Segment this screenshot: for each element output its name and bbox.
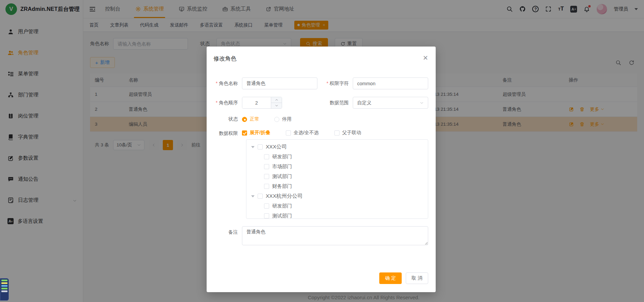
perm-checkbox-1[interactable]: 全选/全不选 [286, 130, 319, 136]
perm-checkbox-0[interactable]: 展开/折叠 [242, 130, 270, 136]
checkbox-icon[interactable] [264, 213, 269, 218]
dialog-body: 角色名称 权限字符 角色顺序 [207, 77, 436, 249]
tree-node[interactable]: 测试部门 [246, 172, 428, 181]
checkbox-icon[interactable] [264, 164, 269, 169]
tree-node[interactable]: 研发部门 [246, 201, 428, 211]
remark-label: 备注 [207, 226, 242, 245]
tree-node[interactable]: 市场部门 [246, 162, 428, 172]
checkbox-icon [334, 130, 340, 136]
stepper-down-button[interactable] [271, 103, 282, 108]
caret-down-icon[interactable] [251, 195, 255, 197]
tree-node[interactable]: 研发部门 [246, 152, 428, 162]
dialog-header: 修改角色 ✕ [207, 47, 436, 63]
tree-node[interactable]: XXX公司 [246, 142, 428, 152]
role-name-input[interactable] [242, 77, 317, 89]
dialog-footer: 确 定 取 消 [207, 272, 436, 284]
status-radio-group: 正常停用 [242, 116, 292, 122]
radio-dot [274, 117, 279, 122]
caret-down-icon[interactable] [251, 146, 255, 148]
stepper-up-button[interactable] [271, 97, 282, 103]
tree-node-label: 市场部门 [272, 163, 292, 170]
checkbox-label: 全选/全不选 [294, 130, 319, 136]
radio-label: 正常 [250, 116, 259, 122]
checkbox-icon[interactable] [264, 203, 269, 209]
checkbox-label: 展开/折叠 [250, 130, 270, 136]
status-label: 状态 [207, 116, 242, 122]
role-order-label: 角色顺序 [207, 100, 242, 106]
widget-stripe [1, 280, 7, 281]
edit-role-dialog: 修改角色 ✕ 角色名称 权限字符 角色顺序 [207, 47, 436, 292]
tree-node-label: 测试部门 [272, 173, 292, 180]
tree-node-label: 研发部门 [272, 154, 292, 160]
status-radio-selected[interactable]: 正常 [242, 116, 259, 122]
tree-node-label: 研发部门 [272, 203, 292, 209]
checkbox-icon[interactable] [264, 184, 269, 189]
widget-stripe [1, 288, 7, 289]
role-order-stepper [242, 97, 282, 109]
tree-node-label: 测试部门 [272, 213, 292, 219]
role-order-input[interactable] [242, 97, 271, 108]
cancel-button[interactable]: 取 消 [406, 272, 428, 284]
tree-node-label: XXX公司 [266, 143, 287, 150]
widget-stripe [1, 290, 7, 292]
data-perm-label: 数据权限 [207, 130, 242, 137]
tree-node-label: 财务部门 [272, 183, 292, 190]
app-root: V ZRAdmin.NET后台管理 用户管理角色管理菜单管理部门管理岗位管理字典… [0, 0, 644, 302]
checkbox-icon [242, 130, 247, 136]
bottom-left-widget[interactable] [0, 278, 9, 301]
dialog-title: 修改角色 [213, 55, 237, 63]
checkbox-icon[interactable] [258, 144, 263, 149]
perm-checkbox-2[interactable]: 父子联动 [334, 130, 361, 136]
confirm-button[interactable]: 确 定 [379, 272, 402, 284]
role-name-label: 角色名称 [207, 81, 242, 87]
checkbox-icon[interactable] [264, 174, 269, 179]
tree-node[interactable]: 财务部门 [246, 181, 428, 191]
tree-node[interactable]: 测试部门 [246, 211, 428, 219]
perm-checkbox-row: 展开/折叠全选/全不选父子联动 [242, 130, 428, 136]
data-scope-label: 数据范围 [317, 100, 353, 106]
checkbox-icon [286, 130, 291, 136]
perm-char-label: 权限字符 [317, 81, 353, 87]
close-icon[interactable]: ✕ [423, 55, 428, 61]
data-scope-select[interactable]: 自定义 [353, 97, 428, 109]
chevron-down-icon [420, 101, 424, 105]
status-radio-1[interactable]: 停用 [274, 116, 292, 122]
radio-dot [242, 117, 247, 122]
radio-label: 停用 [282, 116, 292, 122]
widget-stripe [1, 285, 7, 287]
tree-node[interactable]: XXX杭州分公司 [246, 191, 428, 201]
checkbox-icon[interactable] [264, 154, 269, 159]
remark-textarea[interactable]: 普通角色 [242, 226, 428, 245]
checkbox-icon[interactable] [258, 194, 263, 199]
tree-node-label: XXX杭州分公司 [266, 193, 303, 200]
checkbox-label: 父子联动 [342, 130, 361, 136]
department-tree: XXX公司研发部门市场部门测试部门财务部门XXX杭州分公司研发部门测试部门 [246, 139, 428, 219]
perm-char-input[interactable] [353, 77, 428, 89]
widget-stripe [1, 282, 7, 284]
